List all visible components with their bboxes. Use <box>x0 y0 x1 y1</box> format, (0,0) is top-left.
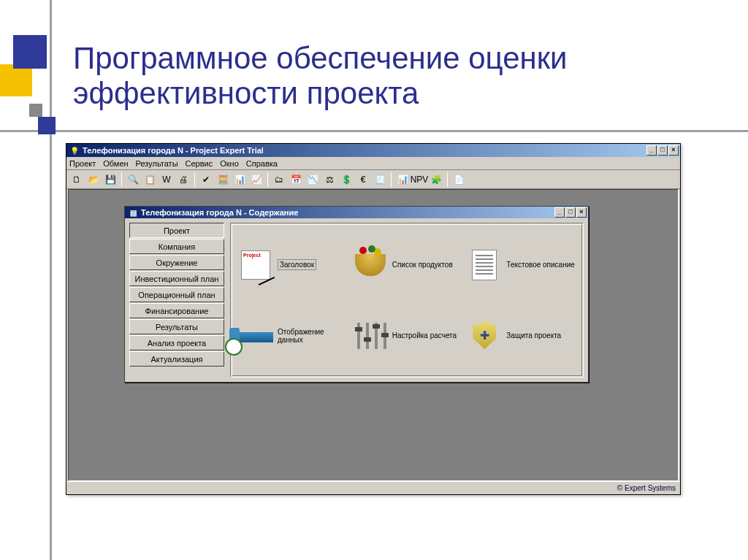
app-title: Телефонизация города N - Project Expert … <box>83 146 646 155</box>
tab-investment-plan[interactable]: Инвестиционный план <box>129 271 224 286</box>
tb-puzzle-icon[interactable]: 🧩 <box>429 172 443 187</box>
content-panel: Заголовок Список продуктов Текстовое опи… <box>230 223 584 377</box>
tile-protect-label: Защита проекта <box>506 331 561 340</box>
tile-data-display[interactable]: Отображение данных <box>238 302 347 369</box>
tb-separator <box>194 172 195 187</box>
child-maximize-button[interactable]: □ <box>565 207 576 218</box>
document-icon <box>467 249 502 281</box>
close-button[interactable]: × <box>668 145 679 156</box>
basket-icon <box>353 249 388 281</box>
tb-report-icon[interactable]: 🧾 <box>373 172 387 187</box>
tb-separator <box>267 172 268 187</box>
tb-page-icon[interactable]: 📄 <box>451 172 466 187</box>
tab-actualization[interactable]: Актуализация <box>129 351 224 367</box>
tab-operations-plan[interactable]: Операционный план <box>129 287 224 302</box>
tile-products-label: Список продуктов <box>392 261 453 269</box>
minimize-button[interactable]: _ <box>646 145 657 156</box>
child-window-icon: ▤ <box>128 207 138 218</box>
tile-calc-label: Настройка расчета <box>392 331 457 340</box>
shield-icon <box>467 320 502 352</box>
menu-project[interactable]: Проект <box>69 159 96 168</box>
tb-tabs-icon[interactable]: 🗂 <box>272 172 286 187</box>
tb-calc-icon[interactable]: 🧮 <box>215 172 230 187</box>
tb-print-icon[interactable]: 🖨 <box>176 172 191 187</box>
child-body: Проект Компания Окружение Инвестиционный… <box>125 218 588 382</box>
tb-copy-icon[interactable]: 📋 <box>142 172 157 187</box>
statusbar: © Expert Systems <box>66 481 680 494</box>
tab-results[interactable]: Результаты <box>129 319 224 334</box>
tb-check-icon[interactable]: ✔ <box>199 172 213 187</box>
slide-accent-yellow <box>0 64 32 96</box>
toolbar: 🗋 📂 💾 🔍 📋 W 🖨 ✔ 🧮 📊 📈 🗂 📅 📉 ⚖ 💲 € 🧾 📊 NP… <box>66 170 680 189</box>
tb-separator <box>447 172 448 187</box>
slide-accent-blue-small <box>38 117 56 134</box>
tb-dollar-icon[interactable]: 💲 <box>339 172 354 187</box>
tb-npv-icon[interactable]: NPV <box>412 172 427 187</box>
child-title: Телефонизация города N - Содержание <box>141 208 554 217</box>
tile-products[interactable]: Список продуктов <box>353 231 462 299</box>
slide-divider-vertical <box>50 0 52 560</box>
tile-display-label: Отображение данных <box>278 328 347 344</box>
contents-window: ▤ Телефонизация города N - Содержание _ … <box>124 206 589 383</box>
tab-financing[interactable]: Финансирование <box>129 303 224 318</box>
tb-chart1-icon[interactable]: 📊 <box>232 172 247 187</box>
app-window: 💡 Телефонизация города N - Project Exper… <box>66 143 681 495</box>
tab-environment[interactable]: Окружение <box>129 255 224 270</box>
tile-title-label: Заголовок <box>278 259 316 270</box>
tab-analysis[interactable]: Анализ проекта <box>129 335 224 350</box>
maximize-button[interactable]: □ <box>657 145 668 156</box>
menu-window[interactable]: Окно <box>220 159 239 168</box>
child-close-button[interactable]: × <box>576 207 587 218</box>
tb-euro-icon[interactable]: € <box>356 172 370 187</box>
tb-preview-icon[interactable]: 🔍 <box>126 172 140 187</box>
mdi-workspace: ▤ Телефонизация города N - Содержание _ … <box>68 189 679 481</box>
sliders-icon <box>353 320 388 352</box>
tile-text-description[interactable]: Текстовое описание <box>467 231 576 299</box>
tile-protection[interactable]: Защита проекта <box>467 302 576 369</box>
menu-exchange[interactable]: Обмен <box>103 159 128 168</box>
tab-project[interactable]: Проект <box>129 223 224 238</box>
tb-trend-icon[interactable]: 📉 <box>305 172 320 187</box>
caliper-icon <box>238 320 273 352</box>
app-titlebar: 💡 Телефонизация города N - Project Exper… <box>66 144 680 157</box>
app-icon: 💡 <box>69 145 80 156</box>
tb-separator <box>391 172 392 187</box>
menu-service[interactable]: Сервис <box>186 159 213 168</box>
status-copyright: © Expert Systems <box>617 484 676 492</box>
menu-results[interactable]: Результаты <box>136 159 178 168</box>
tb-new-icon[interactable]: 🗋 <box>69 172 84 187</box>
child-minimize-button[interactable]: _ <box>554 207 565 218</box>
slide-title: Программное обеспечение оценки эффективн… <box>73 41 719 112</box>
tab-company[interactable]: Компания <box>129 239 224 254</box>
menubar: Проект Обмен Результаты Сервис Окно Спра… <box>66 157 680 170</box>
tb-word-icon[interactable]: W <box>159 172 174 187</box>
tile-text-label: Текстовое описание <box>506 261 575 269</box>
tile-calc-settings[interactable]: Настройка расчета <box>353 302 462 369</box>
section-tabs: Проект Компания Окружение Инвестиционный… <box>129 223 224 377</box>
slide-accent-blue-large <box>13 35 47 69</box>
menu-help[interactable]: Справка <box>246 159 278 168</box>
tb-calendar-icon[interactable]: 📅 <box>289 172 303 187</box>
tb-open-icon[interactable]: 📂 <box>86 172 101 187</box>
tb-separator <box>121 172 122 187</box>
child-titlebar: ▤ Телефонизация города N - Содержание _ … <box>125 207 588 218</box>
slide-accent-grey <box>29 104 42 117</box>
project-title-icon <box>238 249 273 281</box>
tb-save-icon[interactable]: 💾 <box>103 172 118 187</box>
tile-title[interactable]: Заголовок <box>238 231 347 299</box>
tb-chart2-icon[interactable]: 📈 <box>249 172 264 187</box>
tb-balance-icon[interactable]: ⚖ <box>322 172 337 187</box>
slide-divider-horizontal <box>0 130 748 132</box>
tb-bar-icon[interactable]: 📊 <box>395 172 410 187</box>
